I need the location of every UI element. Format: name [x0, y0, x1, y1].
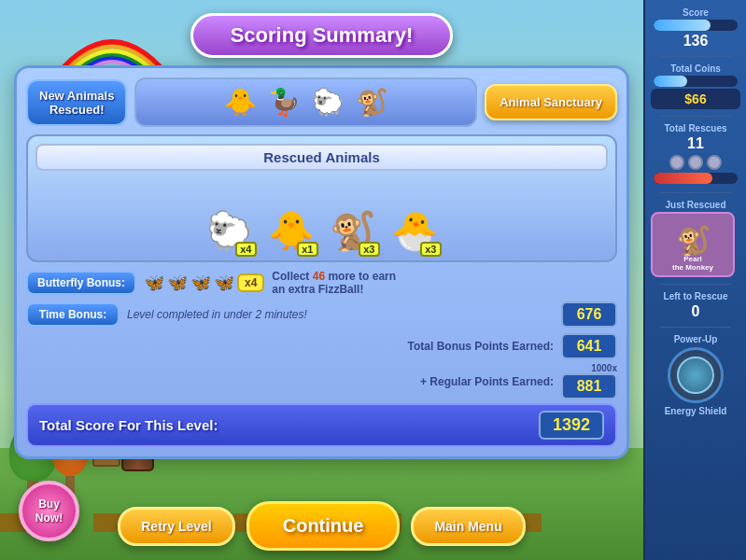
animals-preview: 🐥 🦆 🐑 🐒 — [134, 77, 477, 127]
star1: 🦋 — [144, 273, 164, 293]
title-area: Scoring Summary! — [0, 13, 643, 58]
monkey-emoji: 🐒 — [676, 227, 711, 255]
power-up-inner — [677, 357, 714, 394]
health-bar — [654, 173, 738, 184]
left-to-rescue-section: Left to Rescue 0 — [651, 291, 740, 320]
modal-body: New Animals Rescued! 🐥 🦆 🐑 🐒 Animal Sanc… — [14, 65, 629, 459]
total-score-label: Total Score For This Level: — [39, 417, 218, 433]
power-up-label: Power-Up — [651, 334, 740, 344]
circle3 — [707, 155, 722, 170]
star2: 🦋 — [167, 273, 188, 293]
preview-animal-duck: 🦆 — [268, 87, 301, 118]
bottom-buttons: Retry Level Continue Main Menu — [19, 501, 625, 551]
total-bonus-label: Total Bonus Points Earned: — [408, 340, 554, 353]
rescued-title: Rescued Animals — [35, 144, 608, 171]
chick-count: x3 — [420, 242, 441, 257]
butterfly-info: Collect 46 more to earnan extra FizzBall… — [272, 270, 617, 296]
left-to-rescue-label: Left to Rescue — [651, 291, 740, 301]
continue-button[interactable]: Continue — [246, 501, 401, 551]
preview-animal-sheep: 🐑 — [312, 87, 345, 118]
monkey-subtitle: the Monkey — [672, 263, 713, 272]
butterfly-highlight: 46 — [313, 270, 325, 283]
divider1 — [660, 56, 732, 57]
coins-progress-bar — [654, 76, 738, 87]
rescued-chick: 🐣 x3 — [391, 209, 438, 253]
main-menu-button[interactable]: Main Menu — [411, 507, 525, 546]
left-to-rescue-value: 0 — [651, 303, 740, 320]
total-rescues-label: Total Rescues — [651, 123, 740, 133]
animals-row: New Animals Rescued! 🐥 🦆 🐑 🐒 Animal Sanc… — [26, 77, 617, 127]
total-score-bar: Total Score For This Level: 1392 — [26, 403, 617, 447]
just-rescued-box: 🐒 Pearl the Monkey — [651, 212, 735, 277]
divider2 — [660, 116, 732, 117]
sidebar: Score 136 Total Coins $66 Total Rescues … — [643, 0, 746, 560]
star4: 🦋 — [214, 273, 234, 293]
score-label: Score — [651, 7, 740, 18]
butterfly-multiplier: x4 — [237, 273, 264, 292]
new-animals-badge: New Animals Rescued! — [26, 79, 127, 126]
butterfly-bonus-row: Butterfly Bonus: 🦋 🦋 🦋 🦋 x4 Collect 46 m… — [26, 270, 617, 296]
rescue-indicators — [651, 155, 740, 170]
multiplier-text: 1000x — [561, 363, 617, 373]
circle2 — [688, 155, 703, 170]
total-coins-label: Total Coins — [651, 63, 740, 74]
divider4 — [660, 284, 732, 285]
star3: 🦋 — [190, 273, 211, 293]
sanctuary-button[interactable]: Animal Sanctuary — [485, 84, 617, 120]
regular-points-combined: 1000x 881 — [561, 363, 617, 399]
score-section: Score 136 — [651, 7, 740, 49]
time-bonus-value: 676 — [561, 301, 617, 328]
time-bonus-label: Time Bonus: — [26, 302, 120, 327]
scoring-summary-title: Scoring Summary! — [190, 13, 454, 58]
just-rescued-label: Just Rescued — [651, 200, 740, 210]
power-up-section: Power-Up Energy Shield — [651, 334, 740, 418]
duck-count: x1 — [297, 242, 317, 257]
time-bonus-text: Level completed in under 2 minutes! — [127, 308, 554, 321]
rescues-section: Total Rescues 11 — [651, 123, 740, 186]
coins-section: Total Coins $66 — [651, 63, 740, 109]
coins-value: $66 — [651, 89, 740, 109]
butterfly-bonus-label: Butterfly Bonus: — [26, 271, 136, 295]
divider5 — [660, 327, 732, 328]
rescued-sheep: 🐑 x4 — [206, 209, 253, 253]
energy-shield-label: Energy Shield — [651, 406, 740, 416]
score-value: 136 — [651, 33, 740, 49]
monkey-count: x3 — [359, 242, 379, 257]
time-bonus-row: Time Bonus: Level completed in under 2 m… — [26, 301, 617, 328]
regular-points-value: 881 — [561, 373, 617, 399]
power-up-circle — [668, 347, 724, 403]
circle1 — [669, 155, 684, 170]
regular-points-row: + Regular Points Earned: 1000x 881 — [26, 363, 617, 399]
score-progress-bar — [654, 20, 738, 31]
sheep-count: x4 — [235, 242, 256, 257]
monkey-name: Pearl — [683, 255, 702, 263]
preview-animal-chick: 🐥 — [224, 87, 257, 118]
rescued-monkey: 🐒 x3 — [330, 209, 376, 253]
retry-level-button[interactable]: Retry Level — [118, 507, 234, 546]
main-content: Scoring Summary! New Animals Rescued! 🐥 … — [0, 0, 643, 560]
total-bonus-row: Total Bonus Points Earned: 641 — [26, 333, 617, 359]
rescued-animals-box: Rescued Animals 🐑 x4 🐥 x1 🐒 x3 🐣 x3 — [26, 134, 617, 262]
divider3 — [660, 192, 732, 193]
just-rescued-section: Just Rescued 🐒 Pearl the Monkey — [651, 200, 740, 277]
preview-animal-monkey: 🐒 — [356, 87, 388, 118]
rescued-duck: 🐥 x1 — [268, 209, 315, 253]
total-bonus-value: 641 — [561, 333, 617, 359]
total-score-value: 1392 — [539, 411, 604, 440]
total-rescues-value: 11 — [651, 135, 740, 152]
regular-points-label: + Regular Points Earned: — [420, 375, 554, 388]
rescued-animals-grid: 🐑 x4 🐥 x1 🐒 x3 🐣 x3 — [35, 178, 608, 253]
butterfly-stars: 🦋 🦋 🦋 🦋 x4 — [144, 273, 264, 293]
buy-now-button[interactable]: Buy Now! — [19, 481, 79, 541]
